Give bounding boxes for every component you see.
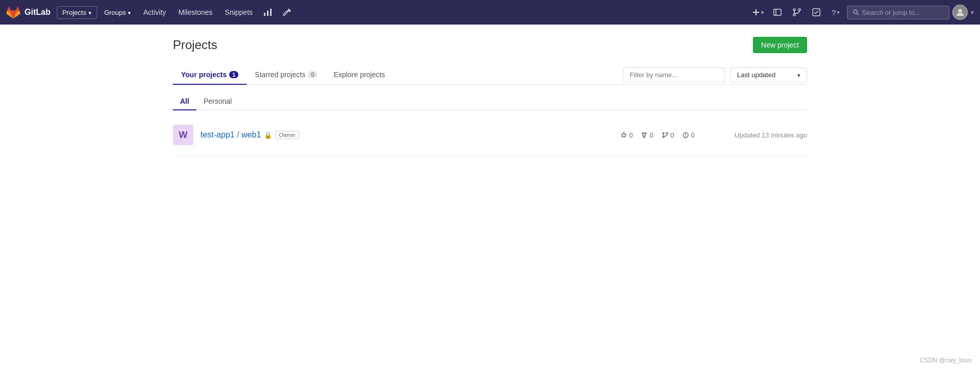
mr-stat: 0 bbox=[662, 131, 674, 139]
brand-logo[interactable]: GitLab bbox=[6, 5, 51, 19]
sort-label: Last updated bbox=[737, 71, 775, 79]
tab-starred-projects[interactable]: Starred projects 0 bbox=[247, 65, 325, 85]
todo-icon bbox=[812, 8, 821, 17]
brand-name: GitLab bbox=[25, 8, 51, 17]
avatar-chevron-icon[interactable] bbox=[971, 9, 974, 16]
project-info: test-app1 / web1 🔒 Owner bbox=[201, 130, 620, 140]
svg-rect-0 bbox=[264, 13, 265, 16]
new-project-button[interactable]: New project bbox=[753, 37, 807, 53]
sub-tab-all[interactable]: All bbox=[173, 93, 196, 110]
search-input[interactable] bbox=[862, 9, 944, 16]
wrench-icon bbox=[282, 8, 291, 17]
svg-point-5 bbox=[798, 9, 800, 11]
create-new-btn[interactable] bbox=[750, 4, 766, 20]
search-box[interactable] bbox=[847, 6, 949, 19]
project-name: test-app1 / web1 🔒 Owner bbox=[201, 130, 620, 140]
avatar-icon bbox=[955, 8, 965, 17]
tab-your-projects[interactable]: Your projects 1 bbox=[173, 65, 247, 85]
sub-tab-personal[interactable]: Personal bbox=[196, 93, 239, 110]
fork-stat: 0 bbox=[641, 131, 653, 139]
sort-chevron-icon bbox=[797, 71, 800, 79]
project-stats: 0 0 bbox=[620, 131, 695, 139]
help-chevron-icon bbox=[837, 9, 840, 16]
project-list: W test-app1 / web1 🔒 Owner 0 bbox=[173, 114, 807, 156]
plus-icon bbox=[752, 8, 760, 16]
project-badge: Owner bbox=[275, 131, 299, 139]
snippets-nav-link[interactable]: Snippets bbox=[220, 6, 258, 18]
merge-request-icon bbox=[662, 132, 669, 138]
stats-icon-btn[interactable] bbox=[260, 4, 276, 20]
sub-tabs: All Personal bbox=[173, 93, 807, 110]
activity-nav-link[interactable]: Activity bbox=[138, 6, 171, 18]
project-avatar: W bbox=[173, 125, 193, 145]
svg-point-10 bbox=[642, 132, 644, 134]
tabs-filter-wrapper: Your projects 1 Starred projects 0 Explo… bbox=[173, 65, 807, 85]
groups-chevron-icon bbox=[128, 9, 131, 16]
page-title: Projects bbox=[173, 38, 217, 52]
svg-point-13 bbox=[662, 132, 664, 134]
panel-icon bbox=[773, 8, 782, 17]
tabs-left: Your projects 1 Starred projects 0 Explo… bbox=[173, 65, 393, 84]
table-row: W test-app1 / web1 🔒 Owner 0 bbox=[173, 114, 807, 156]
panel-icon-btn[interactable] bbox=[769, 4, 786, 20]
todos-btn[interactable] bbox=[808, 4, 825, 20]
help-btn[interactable]: ? bbox=[828, 4, 844, 20]
sort-dropdown[interactable]: Last updated bbox=[730, 67, 807, 82]
gitlab-logo-icon bbox=[6, 5, 20, 19]
star-stat: 0 bbox=[620, 131, 633, 139]
project-link[interactable]: test-app1 / web1 bbox=[201, 130, 261, 140]
filter-row: Last updated bbox=[623, 67, 807, 82]
admin-icon-btn[interactable] bbox=[278, 4, 295, 20]
svg-rect-3 bbox=[774, 9, 781, 15]
tab-explore-projects[interactable]: Explore projects bbox=[325, 65, 393, 85]
star-icon bbox=[620, 132, 627, 138]
svg-point-8 bbox=[854, 10, 857, 14]
project-updated: Updated 13 minutes ago bbox=[715, 131, 807, 139]
mr-icon bbox=[792, 8, 801, 17]
chart-icon bbox=[263, 8, 273, 17]
navbar: GitLab Projects Groups Activity Mileston… bbox=[0, 0, 980, 25]
svg-rect-1 bbox=[267, 11, 269, 16]
search-icon bbox=[853, 9, 859, 16]
create-chevron-icon bbox=[761, 9, 764, 16]
svg-rect-2 bbox=[270, 9, 272, 16]
projects-chevron-icon bbox=[88, 9, 92, 16]
projects-nav-btn[interactable]: Projects bbox=[57, 6, 97, 19]
merge-requests-btn[interactable] bbox=[789, 4, 805, 20]
page-header: Projects New project bbox=[173, 37, 807, 53]
user-avatar-btn[interactable] bbox=[952, 5, 968, 20]
main-content: Projects New project Your projects 1 Sta… bbox=[163, 25, 817, 168]
nav-right-actions: ? bbox=[750, 4, 974, 20]
issues-stat: 0 bbox=[682, 131, 695, 139]
svg-point-14 bbox=[666, 132, 667, 134]
svg-point-9 bbox=[959, 9, 962, 13]
issues-icon bbox=[682, 132, 689, 138]
svg-point-6 bbox=[793, 14, 795, 16]
groups-nav-btn[interactable]: Groups bbox=[99, 7, 137, 18]
lock-icon: 🔒 bbox=[264, 131, 272, 139]
svg-point-4 bbox=[793, 9, 795, 11]
fork-icon bbox=[641, 132, 648, 138]
filter-input[interactable] bbox=[623, 67, 725, 82]
milestones-nav-link[interactable]: Milestones bbox=[173, 6, 218, 18]
svg-point-11 bbox=[645, 132, 647, 134]
help-icon: ? bbox=[832, 8, 836, 17]
